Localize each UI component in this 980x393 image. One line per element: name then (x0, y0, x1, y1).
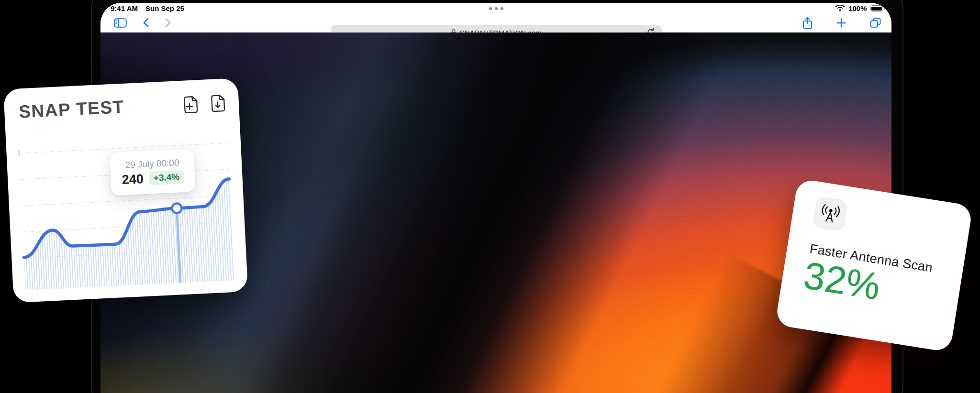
status-bar: 9:41 AM Sun Sep 25 100% (100, 3, 891, 13)
antenna-broadcast-icon (818, 203, 843, 225)
chart-tooltip: 29 July 00:00 240 +3.4% (110, 149, 196, 196)
battery-percent: 100% (848, 4, 867, 12)
snap-card-title: SNAP TEST (18, 98, 124, 121)
document-download-icon[interactable] (210, 94, 226, 112)
multitasking-dots-icon[interactable] (489, 7, 503, 10)
back-button[interactable] (143, 18, 149, 27)
status-date: Sun Sep 25 (145, 4, 184, 12)
antenna-icon-container (812, 196, 848, 232)
snap-test-card: SNAP TEST (3, 78, 248, 303)
y-axis-tick (19, 150, 19, 156)
tooltip-change-badge: +3.4% (149, 170, 184, 186)
new-tab-button[interactable] (836, 18, 846, 28)
antenna-scan-card: Faster Antenna Scan 32% (775, 178, 973, 352)
sidebar-toggle-button[interactable] (114, 18, 127, 28)
status-time: 9:41 AM (111, 4, 138, 12)
document-add-icon[interactable] (183, 95, 199, 114)
forward-button[interactable] (165, 18, 171, 27)
share-button[interactable] (802, 17, 813, 29)
tooltip-timestamp: 29 July 00:00 (125, 157, 179, 170)
tooltip-value: 240 (122, 171, 144, 187)
snap-line-chart[interactable] (6, 123, 248, 303)
safari-toolbar: SNAPAUTOMATION.com (100, 13, 891, 33)
wifi-icon (835, 5, 845, 12)
chart-marker-point[interactable] (172, 203, 182, 213)
chart-area-fill (21, 179, 234, 290)
tabs-button[interactable] (870, 18, 881, 28)
